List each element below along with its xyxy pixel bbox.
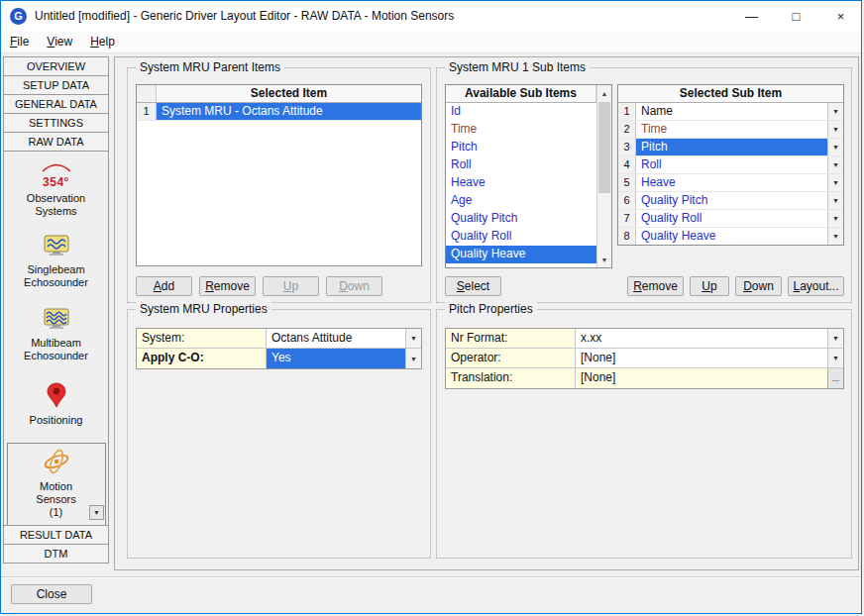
property-label: Operator: [446,349,576,367]
scrollbar-thumb[interactable] [598,102,610,193]
parent-items-buttons: Add Remove Up Down [136,276,382,296]
layout-button[interactable]: Layout... [788,276,844,296]
dropdown-arrow-icon[interactable]: ▼ [405,329,421,348]
dropdown-arrow-icon[interactable]: ▼ [827,121,843,138]
parent-items-table: Selected Item 1 System MRU - Octans Atti… [136,84,422,266]
minimize-icon[interactable]: — [729,1,774,31]
down-sub-button[interactable]: Down [735,276,782,296]
sidebar-tab-settings[interactable]: SETTINGS [3,113,109,133]
sidebar-tab-dtm[interactable]: DTM [3,544,109,564]
maximize-icon[interactable]: □ [774,1,818,31]
group-pitch-properties: Pitch Properties Nr Format: x.xx ▼ Opera… [436,309,852,559]
remove-sub-button[interactable]: Remove [627,276,684,296]
row-label: Pitch [636,139,827,155]
down-button[interactable]: Down [326,276,382,296]
remove-button[interactable]: Remove [199,276,256,296]
sidebar-tab-general-data[interactable]: GENERAL DATA [3,94,109,114]
list-item[interactable]: Pitch [446,139,596,156]
row-number: 2 [618,121,636,138]
group-title: Pitch Properties [445,302,537,316]
property-row: Nr Format: x.xx ▼ [446,329,843,349]
sidebar-tab-result-data[interactable]: RESULT DATA [3,525,109,545]
row-label: Quality Pitch [636,192,827,209]
dropdown-arrow-icon[interactable]: ▼ [827,329,843,348]
apply-co-value-field[interactable]: Yes [267,349,405,368]
header-number-column [137,85,157,102]
menu-file[interactable]: File [1,32,38,51]
window-controls: — □ × [729,1,862,31]
table-row[interactable]: 3 Pitch ▼ [618,139,843,156]
available-header-label: Available Sub Items [446,85,595,102]
dropdown-arrow-icon[interactable]: ▼ [827,210,843,227]
row-number: 5 [618,174,636,191]
up-sub-button[interactable]: Up [690,276,729,296]
sidebar-item-observation-systems[interactable]: 354° Observation Systems [4,157,108,222]
scrollbar-up-icon[interactable]: ▲ [597,85,611,101]
add-button[interactable]: Add [136,276,192,296]
property-row: Operator: [None] ▼ [446,349,843,368]
dropdown-arrow-icon[interactable]: ▼ [827,228,843,245]
available-sub-items-list: Available Sub Items Id Time Pitch Roll H… [445,84,612,268]
table-row[interactable]: 1 Name ▼ [618,103,843,121]
dropdown-arrow-icon[interactable]: ▼ [827,156,843,173]
list-item[interactable]: Age [446,192,596,210]
table-row[interactable]: 5 Heave ▼ [618,174,843,192]
table-row[interactable]: 6 Quality Pitch ▼ [618,192,843,210]
group-parent-items: System MRU Parent Items Selected Item 1 … [127,67,431,303]
operator-value-field[interactable]: [None] [576,349,827,367]
property-label: System: [137,329,267,348]
up-button[interactable]: Up [263,276,319,296]
close-button[interactable]: Close [11,584,92,604]
row-label: Quality Roll [636,210,827,227]
sidebar-item-singlebeam-echosounder[interactable]: Singlebeam Echosounder [4,231,108,293]
sidebar-scroll-down-icon[interactable]: ▼ [89,505,104,520]
scrollbar[interactable]: ▲ ▼ [596,85,611,267]
translation-value-field[interactable]: [None] [576,368,827,388]
app-icon: G [10,8,27,25]
select-button[interactable]: Select [445,276,501,296]
sidebar-bottom: RESULT DATA DTM [3,525,109,564]
scrollbar-down-icon[interactable]: ▼ [597,252,611,267]
dropdown-arrow-icon[interactable]: ▼ [827,349,843,367]
list-item[interactable]: Heave [446,174,596,192]
list-item[interactable]: Quality Heave [446,246,596,263]
observation-systems-icon: 354° [40,161,73,189]
dropdown-arrow-icon[interactable]: ▼ [827,174,843,191]
sidebar-item-label: Observation Systems [18,192,95,218]
sidebar-item-label: Singlebeam Echosounder [18,263,95,289]
sidebar-item-positioning[interactable]: Positioning [4,378,108,431]
table-row[interactable]: 1 System MRU - Octans Attitude [137,103,421,121]
list-item[interactable]: Quality Pitch [446,210,596,228]
dropdown-arrow-icon[interactable]: ▼ [405,349,421,368]
nr-format-value-field[interactable]: x.xx [576,329,827,348]
table-row[interactable]: 2 Time ▼ [618,121,843,139]
sidebar-tab-overview[interactable]: OVERVIEW [3,56,109,76]
sidebar: OVERVIEW SETUP DATA GENERAL DATA SETTING… [3,56,109,152]
menubar: File View Help [1,31,862,53]
list-item[interactable]: Quality Roll [446,228,596,246]
table-row[interactable]: 4 Roll ▼ [618,156,843,174]
sidebar-item-multibeam-echosounder[interactable]: Multibeam Echosounder [4,304,108,366]
close-icon[interactable]: × [818,1,862,31]
selected-sub-item-table: Selected Sub Item 1 Name ▼ 2 Time ▼ 3 Pi… [617,84,844,246]
list-item[interactable]: Time [446,121,596,139]
sidebar-tab-raw-data[interactable]: RAW DATA [3,132,109,152]
dropdown-arrow-icon[interactable]: ▼ [827,139,843,155]
system-value-field[interactable]: Octans Attitude [267,329,405,348]
list-item[interactable]: Id [446,103,596,121]
table-row[interactable]: 8 Quality Heave ▼ [618,228,843,246]
ellipsis-button[interactable]: ... [827,368,843,388]
dropdown-arrow-icon[interactable]: ▼ [827,192,843,209]
table-row[interactable]: 7 Quality Roll ▼ [618,210,843,228]
menu-help[interactable]: Help [81,32,124,51]
sidebar-item-label: Positioning [18,414,95,427]
main-panel: System MRU Parent Items Selected Item 1 … [114,56,859,570]
table-header: Selected Sub Item [618,85,843,103]
menu-view[interactable]: View [38,32,81,51]
list-item[interactable]: Roll [446,156,596,174]
group-title: System MRU Parent Items [136,60,284,74]
titlebar: G Untitled [modified] - Generic Driver L… [1,1,862,31]
sidebar-tab-setup-data[interactable]: SETUP DATA [3,75,109,95]
dropdown-arrow-icon[interactable]: ▼ [827,103,843,120]
window-title: Untitled [modified] - Generic Driver Lay… [35,9,454,23]
